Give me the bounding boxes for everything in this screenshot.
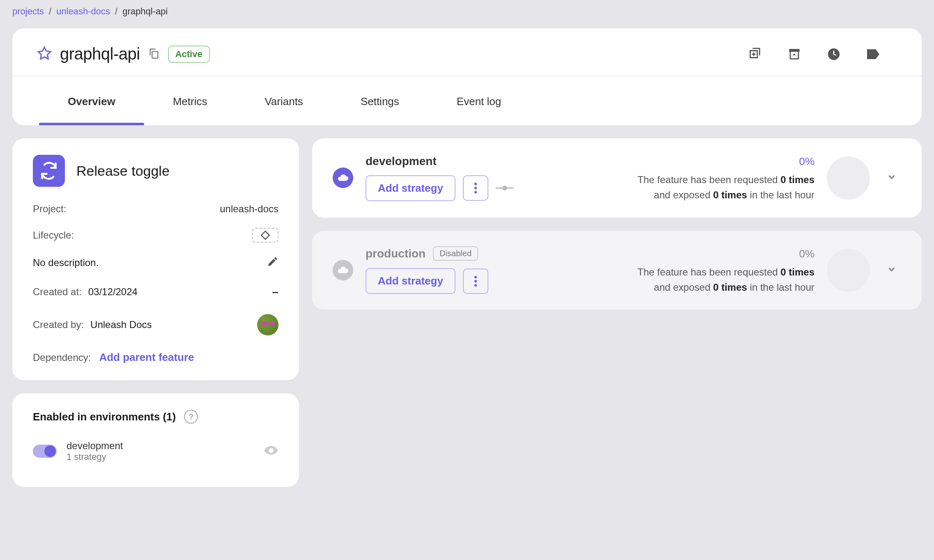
help-icon[interactable]: ? [184, 410, 198, 424]
env-stats-text: 0% The feature has been requested 0 time… [637, 246, 814, 295]
breadcrumb-separator: / [49, 6, 51, 17]
clock-icon[interactable] [826, 47, 841, 62]
env-card-name: development [366, 155, 437, 168]
add-strategy-button[interactable]: Add strategy [366, 175, 455, 201]
strategy-track-icon [496, 184, 514, 192]
breadcrumb: projects / unleash-docs / graphql-api [12, 6, 922, 17]
project-value: unleash-docs [220, 203, 278, 215]
env-exposure-pct: 0% [637, 246, 814, 262]
cloud-icon [333, 260, 353, 280]
created-at-value: 03/12/2024 [88, 286, 138, 298]
metrics-chart-placeholder [827, 156, 870, 200]
disabled-badge: Disabled [433, 246, 478, 261]
breadcrumb-project[interactable]: unleash-docs [56, 6, 110, 17]
more-button[interactable] [463, 269, 488, 294]
eye-icon[interactable] [264, 443, 278, 459]
archive-icon[interactable] [787, 47, 802, 62]
breadcrumb-separator: / [115, 6, 117, 17]
description-text: No description. [33, 257, 99, 269]
svg-point-7 [474, 191, 477, 193]
project-label: Project: [33, 203, 66, 215]
svg-point-6 [474, 187, 477, 189]
metrics-chart-placeholder [827, 249, 870, 292]
environments-panel: Enabled in environments (1) ? developmen… [12, 393, 299, 487]
diamond-icon [261, 231, 270, 240]
created-by-value: Unleash Docs [90, 319, 152, 330]
created-at-label: Created at: [33, 286, 82, 298]
svg-point-11 [474, 280, 477, 282]
release-toggle-icon [33, 155, 65, 187]
svg-point-12 [474, 284, 477, 286]
tab-metrics[interactable]: Metrics [144, 76, 236, 125]
breadcrumb-current: graphql-api [122, 6, 168, 17]
created-by-label: Created by: [33, 319, 84, 330]
environment-strategy-count: 1 strategy [67, 452, 123, 462]
avatar [257, 314, 278, 335]
env-exposure-pct: 0% [637, 153, 814, 170]
star-icon[interactable] [37, 46, 52, 62]
svg-point-9 [502, 186, 507, 190]
env-card-name: production [366, 247, 426, 260]
more-button[interactable] [463, 175, 488, 201]
details-panel: Release toggle Project: unleash-docs Lif… [12, 138, 299, 380]
environment-name: development [67, 440, 123, 452]
add-icon[interactable] [748, 47, 762, 62]
dependency-label: Dependency: [33, 352, 91, 363]
breadcrumb-projects[interactable]: projects [12, 6, 44, 17]
tab-variants[interactable]: Variants [236, 76, 331, 125]
environment-card-development: development Add strategy 0% [312, 138, 922, 218]
tab-overview[interactable]: Overview [39, 76, 144, 125]
environments-title: Enabled in environments (1) [33, 411, 176, 423]
collapse-icon[interactable]: – [272, 285, 278, 298]
lifecycle-label: Lifecycle: [33, 230, 74, 241]
environment-toggle[interactable] [33, 445, 57, 458]
svg-point-5 [474, 183, 477, 185]
environment-card-production: production Disabled Add strategy 0% The … [312, 231, 922, 310]
status-badge: Active [168, 46, 210, 63]
add-parent-button[interactable]: Add parent feature [99, 351, 194, 364]
svg-point-10 [474, 275, 477, 278]
lifecycle-badge[interactable] [252, 228, 278, 243]
chevron-down-icon[interactable] [882, 168, 901, 188]
cloud-icon [333, 168, 353, 188]
environment-item: development 1 strategy [33, 440, 278, 462]
tab-event-log[interactable]: Event log [428, 76, 530, 125]
svg-point-4 [270, 449, 272, 452]
copy-icon[interactable] [148, 48, 160, 61]
env-stats-text: 0% The feature has been requested 0 time… [637, 153, 814, 203]
svg-marker-0 [38, 47, 51, 59]
add-strategy-button[interactable]: Add strategy [366, 268, 455, 294]
tag-icon[interactable] [866, 47, 881, 62]
tab-settings[interactable]: Settings [332, 76, 428, 125]
flag-name: graphql-api [60, 45, 140, 63]
feature-header-card: graphql-api Active [12, 28, 922, 125]
chevron-down-icon[interactable] [882, 260, 901, 280]
edit-icon[interactable] [267, 256, 278, 270]
svg-rect-1 [152, 51, 158, 58]
tabs: Overview Metrics Variants Settings Event… [12, 76, 922, 125]
toggle-type-title: Release toggle [76, 163, 170, 179]
svg-rect-2 [789, 49, 800, 52]
